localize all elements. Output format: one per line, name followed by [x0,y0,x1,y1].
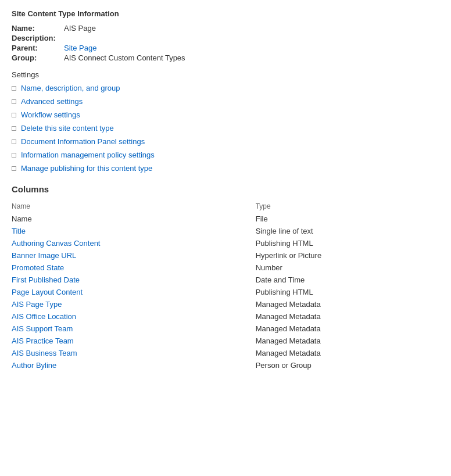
col-type-cell: Number [256,262,439,274]
table-row: First Published DateDate and Time [12,274,439,286]
table-row: TitleSingle line of text [12,225,439,237]
info-parent-row: Parent: Site Page [12,44,439,52]
col-name-cell: Name [12,213,256,225]
col-name-link[interactable]: Page Layout Content [12,288,83,296]
col-type-cell: Single line of text [256,225,439,237]
table-row: AIS Page TypeManaged Metadata [12,298,439,310]
col-header-type: Type [256,200,439,213]
col-name-link[interactable]: Author Byline [12,361,56,370]
bullet-icon-4 [12,139,16,144]
page-title: Site Content Type Information [12,9,439,18]
col-name-link[interactable]: AIS Business Team [12,349,77,357]
col-name-cell[interactable]: AIS Support Team [12,323,256,335]
col-name-cell[interactable]: AIS Office Location [12,310,256,323]
settings-item-4: Document Information Panel settings [12,137,439,146]
table-row: AIS Office LocationManaged Metadata [12,310,439,323]
settings-item-6: Manage publishing for this content type [12,164,439,173]
col-name-cell[interactable]: AIS Practice Team [12,335,256,347]
col-name-cell[interactable]: AIS Business Team [12,347,256,359]
settings-link-6[interactable]: Manage publishing for this content type [21,164,152,173]
col-name-link[interactable]: Promoted State [12,263,64,272]
col-header-name: Name [12,200,256,213]
settings-list: Name, description, and group Advanced se… [12,84,439,173]
bullet-icon-3 [12,126,16,131]
bullet-icon-5 [12,153,16,158]
col-name-link[interactable]: Title [12,227,26,235]
col-name-cell[interactable]: AIS Page Type [12,298,256,310]
col-type-cell: Publishing HTML [256,237,439,249]
settings-item-3: Delete this site content type [12,124,439,133]
table-row: NameFile [12,213,439,225]
col-name-link[interactable]: AIS Support Team [12,324,73,333]
description-label: Description: [12,34,64,42]
col-name-link[interactable]: AIS Practice Team [12,337,74,345]
name-label: Name: [12,24,64,33]
col-type-cell: Publishing HTML [256,286,439,298]
col-name-link[interactable]: AIS Page Type [12,300,62,309]
col-name-cell[interactable]: Banner Image URL [12,249,256,262]
parent-link[interactable]: Site Page [64,44,96,52]
col-type-cell: File [256,213,439,225]
col-name-link[interactable]: AIS Office Location [12,312,76,321]
col-type-cell: Managed Metadata [256,310,439,323]
settings-item-0: Name, description, and group [12,84,439,92]
table-row: Promoted StateNumber [12,262,439,274]
col-name-cell[interactable]: Promoted State [12,262,256,274]
bullet-icon-2 [12,113,16,117]
group-value: AIS Connect Custom Content Types [64,53,185,62]
info-name-row: Name: AIS Page [12,24,439,33]
site-content-type-info: Name: AIS Page Description: Parent: Site… [12,24,439,62]
parent-label: Parent: [12,44,64,52]
table-header-row: Name Type [12,200,439,213]
settings-link-1[interactable]: Advanced settings [21,97,83,106]
name-value: AIS Page [64,24,96,33]
col-name-cell[interactable]: Title [12,225,256,237]
col-name-cell[interactable]: Authoring Canvas Content [12,237,256,249]
parent-value: Site Page [64,44,96,52]
table-row: AIS Support TeamManaged Metadata [12,323,439,335]
bullet-icon-0 [12,86,16,91]
settings-link-3[interactable]: Delete this site content type [21,124,114,133]
settings-title: Settings [12,70,439,79]
info-description-row: Description: [12,34,439,42]
columns-title: Columns [12,184,439,194]
settings-link-5[interactable]: Information management policy settings [21,151,155,159]
columns-section: Columns Name Type NameFileTitleSingle li… [12,184,439,371]
settings-link-4[interactable]: Document Information Panel settings [21,137,145,146]
settings-item-2: Workflow settings [12,110,439,119]
col-name-cell[interactable]: Page Layout Content [12,286,256,298]
col-type-cell: Date and Time [256,274,439,286]
table-row: Banner Image URLHyperlink or Picture [12,249,439,262]
col-type-cell: Managed Metadata [256,298,439,310]
col-type-cell: Managed Metadata [256,335,439,347]
table-row: AIS Practice TeamManaged Metadata [12,335,439,347]
table-row: AIS Business TeamManaged Metadata [12,347,439,359]
settings-item-5: Information management policy settings [12,151,439,159]
table-row: Author BylinePerson or Group [12,359,439,371]
col-name-cell[interactable]: Author Byline [12,359,256,371]
table-row: Page Layout ContentPublishing HTML [12,286,439,298]
info-group-row: Group: AIS Connect Custom Content Types [12,53,439,62]
col-name-link[interactable]: Authoring Canvas Content [12,239,100,248]
bullet-icon-1 [12,99,16,104]
col-type-cell: Managed Metadata [256,323,439,335]
col-type-cell: Managed Metadata [256,347,439,359]
settings-link-2[interactable]: Workflow settings [21,110,80,119]
columns-table: Name Type NameFileTitleSingle line of te… [12,200,439,371]
settings-link-0[interactable]: Name, description, and group [21,84,120,92]
table-row: Authoring Canvas ContentPublishing HTML [12,237,439,249]
col-name-link[interactable]: First Published Date [12,275,80,284]
col-name-cell[interactable]: First Published Date [12,274,256,286]
bullet-icon-6 [12,166,16,171]
settings-item-1: Advanced settings [12,97,439,106]
col-name-link[interactable]: Banner Image URL [12,251,76,260]
group-label: Group: [12,53,64,62]
col-type-cell: Hyperlink or Picture [256,249,439,262]
col-type-cell: Person or Group [256,359,439,371]
